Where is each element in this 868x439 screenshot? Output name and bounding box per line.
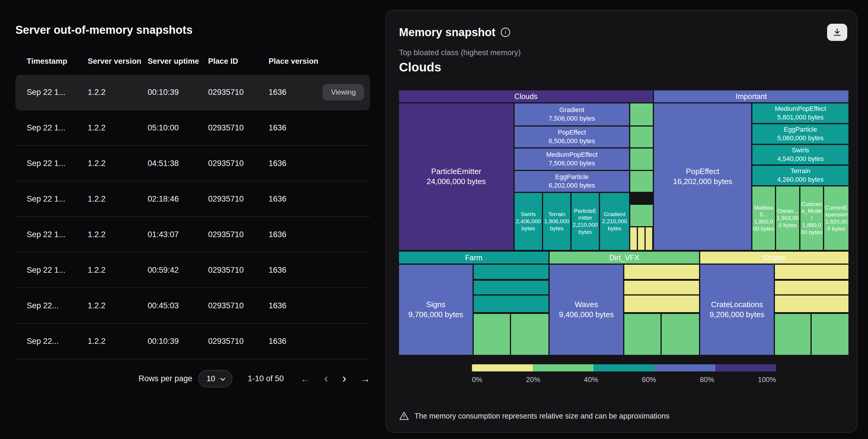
cell-server-version: 1.2.2 [88, 88, 148, 97]
treemap-cell[interactable] [775, 295, 848, 312]
cell-class-name: ParticleEmitter [431, 166, 481, 177]
treemap-cell-eggparticle[interactable]: EggParticle6,202,000 bytes [515, 171, 629, 192]
treemap-cell[interactable] [775, 281, 848, 294]
last-page-button[interactable]: → [361, 374, 370, 383]
first-page-button[interactable]: ← [300, 374, 310, 383]
treemap-cell-swirls[interactable]: Swirls4,540,000 bytes [752, 145, 848, 164]
previous-page-button[interactable]: ‹ [324, 372, 328, 384]
cell-timestamp: Sep 22... [27, 337, 88, 346]
treemap-cell[interactable] [812, 314, 848, 355]
cell-timestamp: Sep 22 1... [27, 88, 88, 97]
cell-place-id: 02935710 [208, 194, 269, 203]
treemap-cell[interactable] [624, 295, 699, 312]
download-button[interactable] [827, 24, 847, 41]
cell-class-name: Gradient [559, 106, 584, 115]
column-header-timestamp: Timestamp [27, 57, 88, 66]
cell-class-name: Swirls [792, 146, 809, 155]
cell-class-name: MailboxS... [753, 204, 774, 218]
treemap-cell[interactable] [624, 314, 660, 355]
cell-server-version: 1.2.2 [88, 301, 148, 310]
cell-class-name: MediumPopEffect [546, 151, 597, 159]
screen: Server out-of-memory snapshots Timestamp… [0, 0, 868, 439]
treemap-group-header-important[interactable]: Important [654, 90, 848, 102]
treemap-cell-mediumpopeffect[interactable]: MediumPopEffect7,506,000 bytes [515, 149, 629, 170]
cell-class-name: PopEffect [686, 166, 719, 177]
treemap-cell-popeffect[interactable]: PopEffect6,506,000 bytes [515, 127, 629, 147]
cell-bytes: 4,540,000 bytes [777, 155, 824, 163]
treemap-group-header-farm[interactable]: Farm [399, 252, 549, 263]
treemap-cell-gradient[interactable]: Gradient2,215,000 bytes [600, 193, 629, 250]
treemap-cell[interactable] [775, 314, 810, 355]
table-row[interactable]: Sep 22 1...1.2.205:10:00029357101636 [16, 110, 370, 146]
treemap-cell-terrain[interactable]: Terrain1,906,000 bytes [543, 193, 570, 250]
treemap-cell[interactable] [646, 227, 652, 250]
cell-server-uptime: 01:43:07 [148, 230, 208, 239]
cell-bytes: 1,920,000 bytes [825, 218, 848, 232]
treemap-cell[interactable] [638, 227, 645, 250]
cell-bytes: 7,506,000 bytes [549, 115, 595, 123]
treemap-cell[interactable] [775, 265, 848, 279]
treemap-cell-swirls[interactable]: Swirls2,406,000 bytes [515, 193, 542, 250]
cell-bytes: 5,801,000 bytes [777, 113, 824, 122]
info-icon[interactable]: i [501, 28, 510, 37]
table-row[interactable]: Sep 22 1...1.2.201:43:07029357101636 [16, 217, 370, 253]
cell-server-version: 1.2.2 [88, 337, 148, 346]
cell-server-version: 1.2.2 [88, 159, 148, 168]
treemap-cell-cutscene-model[interactable]: Cutscene_Model1,880,000 bytes [800, 186, 823, 250]
cell-place-version: 1636 [269, 123, 334, 132]
cell-bytes: 1,906,000 bytes [544, 218, 570, 232]
treemap-cell[interactable] [474, 265, 549, 279]
treemap-cell[interactable] [630, 127, 653, 147]
cell-timestamp: Sep 22 1... [27, 230, 88, 239]
treemap-cell-mailboxs[interactable]: MailboxS...1,850,000 bytes [752, 186, 775, 250]
treemap-cell-cratelocations[interactable]: CrateLocations9,206,000 bytes [700, 265, 774, 355]
cell-class-name: Gradient [604, 211, 625, 218]
rows-per-page-select[interactable]: 10 [198, 370, 232, 387]
scale-tick-label: 20% [526, 376, 540, 384]
treemap-cell-owner[interactable]: Owner...1,903,000 bytes [776, 186, 799, 250]
treemap-cell[interactable] [511, 314, 549, 355]
cell-class-name: CrateLocations [711, 300, 763, 310]
treemap-cell[interactable] [474, 295, 549, 312]
table-row[interactable]: Sep 22 1...1.2.204:51:38029357101636 [16, 146, 370, 181]
cell-bytes: 16,202,000 bytes [673, 177, 732, 187]
treemap-group-header-dirt-vfx[interactable]: Dirt_VFX [550, 252, 699, 263]
treemap-cell-particleemitter[interactable]: ParticleEmitter2,210,000 bytes [571, 193, 599, 250]
table-row[interactable]: Sep 22...1.2.200:10:39029357101636 [16, 324, 370, 359]
cell-place-id: 02935710 [208, 159, 269, 168]
treemap-cell[interactable] [630, 205, 653, 226]
table-row[interactable]: Sep 22...1.2.200:45:03029357101636 [16, 288, 370, 324]
treemap-cell[interactable] [624, 265, 699, 279]
treemap-cell-gradient[interactable]: Gradient7,506,000 bytes [515, 103, 629, 125]
treemap-cell[interactable] [474, 281, 549, 294]
subtitle: Top bloated class (highest memory) [399, 48, 847, 57]
cell-place-version: 1636 [269, 301, 334, 310]
treemap-cell[interactable] [624, 281, 699, 294]
treemap-group-header-stripes[interactable]: Stripes [700, 252, 848, 263]
table-row[interactable]: Sep 22 1...1.2.200:10:39029357101636View… [16, 75, 370, 110]
treemap-cell[interactable] [630, 103, 653, 125]
treemap-cell[interactable] [662, 314, 699, 355]
treemap-cell[interactable] [630, 171, 653, 192]
page-title: Server out-of-memory snapshots [16, 24, 370, 36]
table-header: TimestampServer versionServer uptimePlac… [16, 57, 370, 75]
treemap-cell-waves[interactable]: Waves9,406,000 bytes [550, 265, 623, 355]
treemap-cell-mediumpopeffect[interactable]: MediumPopEffect5,801,000 bytes [752, 103, 848, 123]
cell-bytes: 1,850,000 bytes [753, 218, 774, 232]
table-row[interactable]: Sep 22 1...1.2.200:59:42029357101636 [16, 253, 370, 288]
treemap-cell-signs[interactable]: Signs9,706,000 bytes [399, 265, 472, 355]
cell-bytes: 4,260,000 bytes [777, 176, 824, 184]
treemap-cell[interactable] [474, 314, 510, 355]
treemap-cell-currentexpansion[interactable]: CurrentExpansion1,920,000 bytes [824, 186, 848, 250]
next-page-button[interactable]: › [342, 372, 346, 384]
treemap-cell[interactable] [630, 227, 637, 250]
treemap-group-header-clouds[interactable]: Clouds [399, 90, 653, 102]
cell-bytes: 7,506,000 bytes [549, 159, 595, 168]
treemap-cell-particleemitter[interactable]: ParticleEmitter24,006,000 bytes [399, 103, 514, 250]
treemap-cell-eggparticle[interactable]: EggParticle5,060,000 bytes [752, 124, 848, 144]
cell-place-id: 02935710 [208, 301, 269, 310]
table-row[interactable]: Sep 22 1...1.2.202:18:46029357101636 [16, 181, 370, 217]
treemap-cell[interactable] [630, 149, 653, 170]
treemap-cell-terrain[interactable]: Terrain4,260,000 bytes [752, 166, 848, 185]
treemap-cell-popeffect[interactable]: PopEffect16,202,000 bytes [654, 103, 751, 250]
